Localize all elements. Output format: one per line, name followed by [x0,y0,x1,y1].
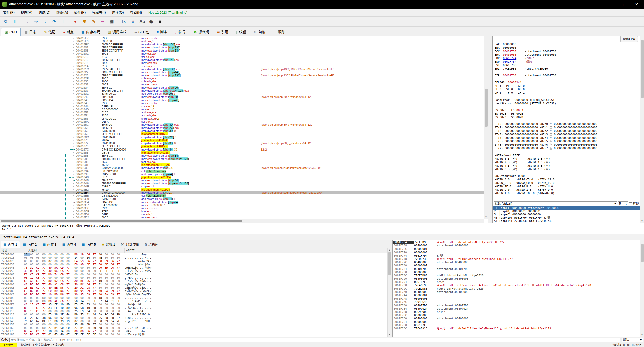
dump-byte[interactable]: 00 [54,310,60,313]
disasm-row[interactable]: ●0040161C8985 C4FEFFFFmov dword ptr ss:[… [0,68,488,71]
dump-byte[interactable]: 70 [24,266,30,269]
dump-byte[interactable]: 14 [80,300,87,303]
dump-byte[interactable]: 00 [117,330,123,333]
register-line[interactable] [495,95,640,98]
dump-byte[interactable]: 77 [42,273,48,276]
dump-byte[interactable]: 00 [24,260,30,263]
dump-byte[interactable]: BC [30,289,36,293]
disasm-row[interactable]: ●0040161031CExor esi,ecx [0,55,488,58]
dump-row[interactable]: 77C610300000000000000000E0ADDE77A0BED677… [0,263,387,266]
dump-byte[interactable]: FE [54,303,60,306]
tab-dump-5[interactable]: ▦内存 5 [79,241,99,248]
dump-byte[interactable]: F0 [24,273,30,276]
register-line[interactable]: EBX 00000000 [495,46,640,50]
tab-cpu[interactable]: ▣CPU [1,28,21,36]
disasm-row[interactable]: ●0040162E29C8sub eax,ecx [0,77,488,80]
dump-byte[interactable]: A5 [48,303,54,306]
dump-byte[interactable]: 77 [42,293,48,296]
dump-byte[interactable]: 00 [111,279,117,283]
scrollbar-thumb[interactable] [641,40,644,98]
argument-row[interactable]: 3: [esp+C] 00000000 00000000 [493,213,640,216]
dump-byte[interactable]: C6 [36,333,42,336]
dump-byte[interactable]: 6C [30,320,36,323]
breakpoint-dot-icon[interactable]: ● [0,191,76,194]
breakpoint-dot-icon[interactable]: ● [0,77,76,80]
breakpoint-dot-icon[interactable]: ● [0,37,76,40]
dump-byte[interactable]: 77 [93,289,99,293]
dump-byte[interactable]: 00 [87,296,93,300]
dump-byte[interactable]: 00 [117,296,123,300]
dump-byte[interactable]: 77 [93,253,99,256]
dump-byte[interactable]: 00 [36,256,42,259]
disasm-row[interactable]: ●00401693C70424 20000000mov dword ptr ss… [0,166,488,169]
dump-byte[interactable]: 00 [48,263,54,266]
dump-byte[interactable]: 00 [60,323,66,326]
disasm-row[interactable]: ●0040160E89C6mov esi,eax [0,52,488,55]
scrollbar-thumb[interactable] [485,89,488,127]
dump-byte[interactable]: 14 [105,300,111,303]
dump-byte[interactable]: 00 [24,300,30,303]
dump-byte[interactable]: 00 [66,296,72,300]
dump-byte[interactable]: E0 [74,263,80,266]
dump-byte[interactable]: 0F [42,320,48,323]
dump-byte[interactable]: C9 [87,289,93,293]
menu-item[interactable]: 调试(D) [35,9,53,16]
dump-byte[interactable]: B9 [74,313,80,316]
dump-byte[interactable]: 00 [80,269,87,273]
disasm-row[interactable]: ●004016760F87 3CFFFFFFja attachment.4015… [0,145,488,148]
dump-byte[interactable]: DE [87,263,93,266]
dump-byte[interactable]: 00 [66,256,72,259]
tab-memory-map[interactable]: ▦内存布局 [78,28,104,36]
register-line[interactable]: x87SW_O 0 x87SW_Z 0 x87SW_D 0 [495,188,640,192]
disasm-row[interactable]: ●004016C08345 DC 01add dword ptr ss:[ebp… [0,197,488,200]
dump-byte[interactable]: DA [111,320,117,323]
stack-row[interactable]: 0061F77C00400000attachment.00400000 [393,261,640,264]
dump-byte[interactable]: 00 [66,260,72,263]
dump-byte[interactable]: 6E [36,316,42,320]
toolbar-case-icon[interactable]: Aa [138,18,146,25]
dump-byte[interactable]: 06 [30,269,36,273]
dump-byte[interactable]: 00 [24,256,30,259]
dump-byte[interactable]: 77 [42,303,48,306]
dump-byte[interactable]: D6 [60,293,66,296]
dump-byte[interactable]: E1 [30,286,36,289]
dump-byte[interactable]: C8 [87,286,93,289]
dump-row[interactable]: 77C610C000BDD67710BDD6773095C977405AC977… [0,293,387,296]
dump-byte[interactable]: 00 [66,276,72,279]
dump-byte[interactable]: 88 [105,316,111,320]
disasm-row[interactable]: ●0040168F85C0test eax,eax [0,160,488,163]
breakpoint-dot-icon[interactable]: ● [0,55,76,58]
dump-byte[interactable]: 8D [87,323,93,326]
breakpoint-dot-icon[interactable]: ● [0,95,76,98]
stack-row[interactable]: 0061F7A800000000 [393,297,640,300]
dump-byte[interactable]: 00 [54,316,60,320]
dump-byte[interactable]: 01 [111,300,117,303]
breakpoint-dot-icon[interactable]: ● [0,114,76,117]
dump-byte[interactable]: 00 [80,273,87,276]
dump-byte[interactable]: BD [54,289,60,293]
dump-byte[interactable]: 00 [80,316,87,320]
menu-item[interactable]: 收藏夹(I) [89,9,109,16]
tab-dump-2[interactable]: ▦内存 2 [20,241,39,248]
dump-byte[interactable]: 96 [74,306,80,310]
stack-row[interactable]: 0061F77877CD6736返回到 ntdll.RtlIpv6Address… [393,257,640,261]
dump-byte[interactable]: C6 [60,300,66,303]
dump-byte[interactable]: 19 [30,276,36,279]
tab-seh-chain[interactable]: ∞SEH链 [131,28,153,36]
dump-byte[interactable]: E1 [48,320,54,323]
dump-byte[interactable]: 80 [80,330,87,333]
dump-byte[interactable]: 77 [66,300,72,303]
dump-byte[interactable]: 03 [87,303,93,306]
dump-byte[interactable]: 08 [24,330,30,333]
dump-byte[interactable]: 00 [36,323,42,326]
dump-byte[interactable]: 00 [74,276,80,279]
dump-byte[interactable]: 00 [66,263,72,266]
dump-row[interactable]: 77C6113033296E38060002000000000095888D07… [0,316,387,320]
dump-byte[interactable]: C8 [60,283,66,286]
register-line[interactable]: EFLAGS 00000244 [495,81,640,84]
dump-byte[interactable]: 00 [60,296,66,300]
breakpoint-dot-icon[interactable]: ● [0,170,76,173]
disasm-horizontal-scrollbar[interactable] [0,219,484,223]
dump-byte[interactable]: 19 [80,253,87,256]
scroll-down-icon[interactable]: ▼ [640,333,644,337]
